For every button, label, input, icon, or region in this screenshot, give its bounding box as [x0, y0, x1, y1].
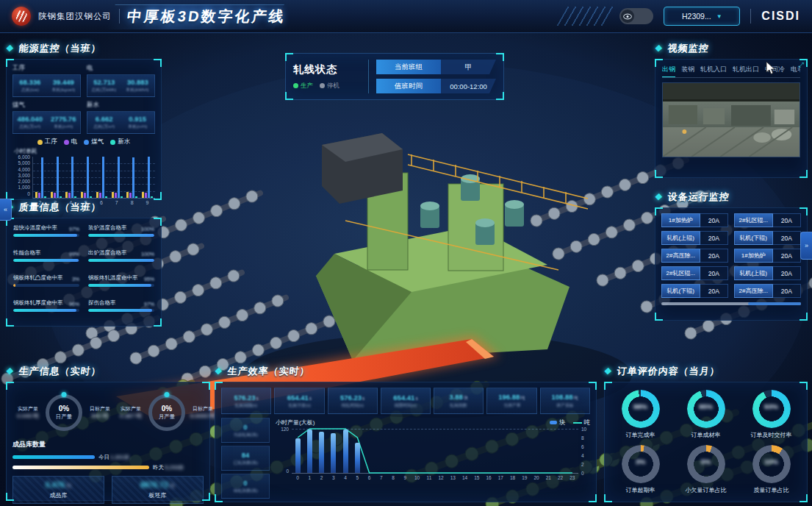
camera-tab-1[interactable]: 装钢	[681, 65, 694, 74]
donut-label: 小欠量订单占比	[686, 486, 727, 494]
top-bar: 陕钢集团汉钢公司 中厚板3D数字化产线 H2309... ▼ CISDI	[0, 0, 812, 33]
energy-value: 68.336	[19, 79, 40, 87]
app-title: 中厚板3D数字化产线	[126, 7, 287, 26]
inventory-box-value: 0.476吨	[46, 480, 71, 490]
device-chip[interactable]: 2#高压除...20A	[734, 284, 801, 298]
gauge-percent: 0%	[59, 405, 69, 413]
device-chip[interactable]: 1#加热炉20A	[734, 249, 801, 263]
visibility-toggle[interactable]	[619, 8, 653, 24]
device-name: 2#轧区辊...	[661, 266, 700, 280]
video-feed[interactable]	[662, 82, 800, 157]
device-chip[interactable]: 轧机(上辊)20A	[661, 231, 728, 245]
inventory-bar	[12, 455, 95, 459]
legend-item: 工序	[37, 138, 57, 146]
hourly-bar	[319, 432, 324, 473]
quality-metric: 探伤合格率97%	[88, 299, 154, 318]
metric-label: 探伤合格率	[88, 299, 116, 307]
metric-bar	[13, 284, 15, 287]
order-donut: 98%订单完成率	[608, 387, 673, 442]
bar-group	[33, 157, 48, 198]
stat-label: 间隙时间(s)	[395, 402, 417, 408]
inventory-bar	[12, 466, 149, 469]
selector-value: H2309...	[682, 12, 711, 21]
device-chip[interactable]: 轧机(下辊)20A	[661, 284, 728, 298]
energy-group-name: 电	[87, 64, 155, 73]
eye-icon	[621, 10, 634, 23]
device-chip[interactable]: 1#加热炉20A	[661, 213, 728, 227]
scrollbar-thumb[interactable]	[748, 302, 801, 305]
cisdi-logo: CISDI	[761, 10, 800, 23]
device-list: 1#加热炉20A2#轧区辊...20A轧机(上辊)20A轧机(下辊)20A2#高…	[661, 213, 801, 298]
order-donut: 93%订单及时交付率	[739, 387, 804, 442]
efficiency-stat: 196.88吨当班产量	[486, 388, 536, 414]
metric-label: 装炉温度合格率	[88, 224, 127, 232]
metric-label: 性能合格率	[13, 249, 41, 257]
device-value: 20A	[773, 266, 801, 280]
device-scrollbar[interactable]	[661, 302, 801, 305]
panel-title: ❖ 生产信息（实时）	[5, 364, 211, 379]
device-chip[interactable]: 轧机(上辊)20A	[734, 266, 801, 280]
inventory-bar-label: 昨天5,293块	[153, 464, 184, 471]
company-logo-icon	[12, 7, 31, 26]
metric-bar	[13, 259, 79, 262]
shift-info-row: 当前班组甲	[376, 60, 496, 74]
hourly-bar	[343, 430, 348, 473]
metric-bar	[88, 259, 154, 262]
collapse-right-handle[interactable]: »	[800, 232, 812, 260]
panel-orders: ❖ 订单评价内容（当月） 98%订单完成率95%订单成材率93%订单及时交付率3…	[604, 364, 808, 502]
stat-value: 3.88块	[449, 393, 468, 402]
metric-value: 96%	[69, 302, 79, 307]
device-chip[interactable]: 轧机(下辊)20A	[734, 231, 801, 245]
camera-tab-3[interactable]: 轧机出口	[733, 65, 759, 74]
order-donut: 5%小欠量订单占比	[673, 442, 739, 497]
status-legend-item: 停机	[320, 82, 339, 90]
stat-label: 已轧块数(块)	[233, 460, 257, 466]
panel-line-status: 轧线状态 生产停机 当前班组甲值班时间00:00-12:00	[285, 53, 504, 100]
left-axis: 1200	[276, 429, 292, 473]
efficiency-stat: 576.23s纯轧时间(s)	[328, 388, 378, 414]
camera-tab-0[interactable]: 出钢	[662, 65, 675, 74]
inventory-box: 8876.72吨板坯库	[112, 476, 204, 504]
energy-value: 52.713	[93, 79, 115, 87]
stat-value: 0	[243, 423, 247, 431]
shift-info-label: 值班时间	[376, 79, 441, 93]
panel-title: ❖ 能源监控（当班）	[5, 41, 162, 56]
donut-label: 订单及时交付率	[751, 431, 792, 439]
actual-label: 实际产量	[12, 405, 43, 413]
panel-efficiency: ❖ 生产效率（实时） 576.23s轧制间隔(s)654.41s轧制节奏(s)5…	[215, 364, 597, 502]
actual-label: 实际产量	[115, 405, 146, 413]
device-chip[interactable]: 2#轧区辊...20A	[661, 266, 728, 280]
device-value: 20A	[700, 249, 728, 263]
line-status-title: 轧线状态	[293, 63, 361, 76]
target-label: 目标产量	[85, 405, 115, 413]
energy-value: 39.449	[53, 79, 74, 87]
camera-tab-2[interactable]: 轧机入口	[700, 65, 727, 74]
donut-label: 订单成材率	[691, 431, 721, 439]
gauge-dot-icon	[165, 392, 170, 397]
bar-swatch-icon	[550, 421, 557, 424]
inventory-bar-row: 昨天5,293块	[12, 463, 204, 471]
donut-label: 订单完成率	[626, 431, 655, 439]
energy-group: 工序68.336总耗(tce)39.449单耗(kgce/t)	[12, 64, 81, 97]
energy-stats: 工序68.336总耗(tce)39.449单耗(kgce/t)电52.713总耗…	[12, 64, 155, 134]
bar-group	[124, 157, 140, 198]
device-name: 1#加热炉	[734, 249, 773, 263]
gauge-dot-icon	[62, 392, 67, 397]
stat-label: 班产目标	[556, 402, 573, 408]
device-name: 1#加热炉	[661, 213, 700, 227]
panel-title: ❖ 订单评价内容（当月）	[603, 364, 808, 379]
energy-value: 6.662	[96, 115, 113, 124]
inventory-box-label: 成品库	[50, 491, 68, 499]
collapse-left-handle[interactable]: «	[0, 199, 12, 221]
header-divider	[750, 9, 751, 24]
device-name: 轧机(下辊)	[661, 284, 700, 298]
device-chip[interactable]: 2#轧区辊...20A	[734, 213, 801, 227]
device-value: 20A	[700, 284, 728, 298]
device-chip[interactable]: 2#高压除...20A	[661, 249, 728, 263]
metric-value: 95%	[144, 277, 154, 282]
efficiency-stat: 3.88块轧制块数	[434, 388, 484, 414]
order-donut: 10%质量订单占比	[739, 442, 804, 497]
shift-info: 当前班组甲值班时间00:00-12:00	[376, 60, 496, 93]
energy-value-label: 单耗(m³/t)	[128, 124, 147, 129]
view-selector-dropdown[interactable]: H2309... ▼	[664, 7, 740, 26]
